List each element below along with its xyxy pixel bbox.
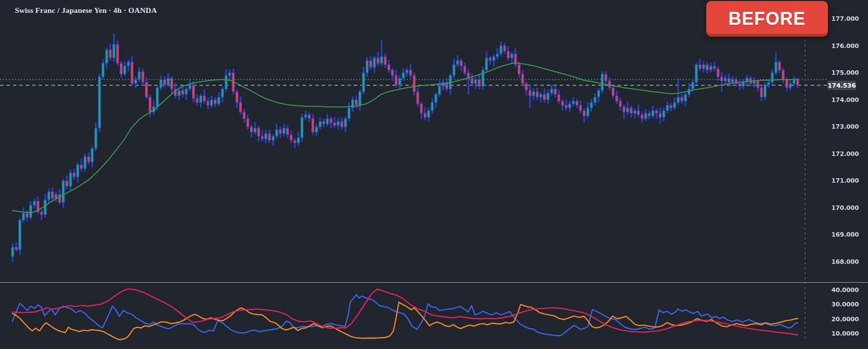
price-tick-label: 176.000 (831, 42, 859, 50)
indicator-tick-label: 30.0000 (831, 300, 859, 308)
chart-canvas[interactable] (0, 0, 868, 349)
price-tick-label: 172.000 (831, 150, 859, 158)
pink-line (12, 289, 798, 335)
indicator-tick-label: 10.0000 (831, 330, 859, 338)
indicator-tick-label: 40.0000 (831, 286, 859, 294)
before-badge-label: BEFORE (728, 8, 806, 29)
price-tick-label: 168.000 (831, 258, 859, 266)
symbol-title[interactable]: Swiss Franc / Japanese Yen · 4h · OANDA (15, 6, 157, 15)
chart-window: Swiss Franc / Japanese Yen · 4h · OANDA … (0, 0, 868, 349)
price-tick-label: 175.000 (831, 69, 859, 77)
current-price-label: 174.536 (827, 81, 856, 90)
before-badge: BEFORE (706, 1, 828, 37)
indicator-lines (12, 289, 798, 340)
price-tick-label: 170.000 (831, 204, 859, 212)
indicator-tick-label: 20.0000 (831, 315, 859, 323)
price-tick-label: 177.000 (831, 15, 859, 23)
price-tick-label: 171.000 (831, 177, 859, 185)
candlestick-series (11, 34, 799, 262)
price-tick-label: 174.000 (831, 96, 859, 104)
pane-divider[interactable] (0, 282, 868, 283)
price-tick-label: 169.000 (831, 231, 859, 239)
price-tick-label: 173.000 (831, 123, 859, 131)
orange-line (12, 302, 798, 340)
